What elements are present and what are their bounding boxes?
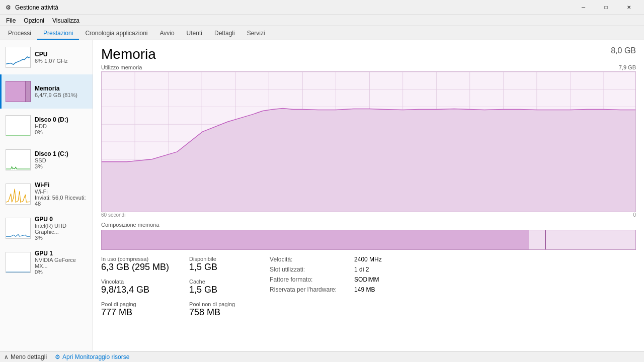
in-uso-value: 6,3 GB (295 MB) [101,262,169,273]
slot-value: 1 di 2 [354,266,369,273]
time-start: 60 secondi [101,212,125,218]
apri-label: Apri Monitoraggio risorse [62,353,129,360]
disco1-sub: SSD [35,157,89,163]
tab-processi[interactable]: Processi [2,28,37,40]
composition-section: Composizione memoria [101,222,636,250]
gpu1-sub: NVIDIA GeForce MX... [35,257,89,269]
info-riservata: Riservata per l'hardware: 149 MB [270,286,382,293]
titlebar: ⚙ Gestione attività ─ □ ✕ [0,0,644,15]
svg-rect-3 [6,218,30,238]
disco1-thumb [6,149,31,170]
sidebar: CPU 6% 1,07 GHz Memoria 6,4/7,9 GB (81%) [0,40,93,351]
tab-dettagli[interactable]: Dettagli [208,28,241,40]
memory-chart [101,71,636,212]
svg-rect-2 [6,184,30,204]
tab-cronologia[interactable]: Cronologia applicazioni [79,28,153,40]
fattore-label: Fattore formato: [270,276,350,283]
pool-nonpaging-label: Pool non di paging [189,301,250,307]
velocita-label: Velocità: [270,256,350,263]
stat-in-uso: In uso (compressa) 6,3 GB (295 MB) [101,256,169,273]
info-slot: Slot utilizzati: 1 di 2 [270,266,382,273]
sidebar-item-cpu[interactable]: CPU 6% 1,07 GHz [0,40,93,74]
chart-label-row: Utilizzo memoria 7,9 GB [101,64,636,70]
menu-opzioni[interactable]: Opzioni [20,16,48,25]
gpu1-thumb [6,252,31,273]
wifi-val: Inviati: 56,0 Ricevuti: 48 [35,195,89,207]
sidebar-item-memoria[interactable]: Memoria 6,4/7,9 GB (81%) [0,74,93,109]
svg-marker-29 [102,108,635,212]
disco0-val: 0% [35,129,89,135]
disco1-val: 3% [35,163,89,169]
in-uso-label: In uso (compressa) [101,256,169,262]
tab-avvio[interactable]: Avvio [153,28,180,40]
menubar: File Opzioni Visualizza [0,15,644,26]
disco0-info: Disco 0 (D:) HDD 0% [35,116,89,135]
stat-pool-paging: Pool di paging 777 MB [101,301,169,318]
cpu-name: CPU [35,51,89,58]
window-title: Gestione attività [15,4,58,11]
memoria-sub: 6,4/7,9 GB (81%) [35,92,89,98]
page-title: Memoria [101,46,156,62]
time-end: 0 [633,212,636,218]
meno-dettagli-button[interactable]: ∧ Meno dettagli [4,353,47,360]
apri-monitoraggio-link[interactable]: ⚙ Apri Monitoraggio risorse [55,353,129,360]
gpu0-thumb [6,218,31,239]
info-velocita: Velocità: 2400 MHz [270,256,382,263]
pool-nonpaging-value: 758 MB [189,307,250,318]
memory-chart-section: Utilizzo memoria 7,9 GB [101,64,636,218]
maximize-button[interactable]: □ [595,0,617,15]
disponibile-value: 1,5 GB [189,262,250,273]
composition-marker [545,230,546,249]
riservata-value: 149 MB [354,286,375,293]
close-button[interactable]: ✕ [617,0,640,15]
memory-chart-svg [102,72,635,212]
velocita-value: 2400 MHz [354,256,382,263]
sidebar-item-disco1[interactable]: Disco 1 (C:) SSD 3% [0,143,93,177]
stats-col-info: Velocità: 2400 MHz Slot utilizzati: 1 di… [270,256,382,324]
gpu0-info: GPU 0 Intel(R) UHD Graphic... 3% [35,216,89,241]
disco1-name: Disco 1 (C:) [35,150,89,157]
total-memory: 8,0 GB [611,46,636,55]
stat-disponibile: Disponibile 1,5 GB [189,256,250,273]
stats-col-1: In uso (compressa) 6,3 GB (295 MB) Vinco… [101,256,169,324]
content-header: Memoria 8,0 GB [101,46,636,62]
composition-bar [101,230,636,250]
disco0-name: Disco 0 (D:) [35,116,89,123]
titlebar-left: ⚙ Gestione attività [4,4,58,12]
composition-label: Composizione memoria [101,222,636,228]
stat-cache: Cache 1,5 GB [189,279,250,295]
cache-label: Cache [189,279,250,285]
gpu0-sub: Intel(R) UHD Graphic... [35,223,89,235]
svg-rect-1 [6,150,30,170]
vincolata-value: 9,8/13,4 GB [101,285,169,295]
menu-visualizza[interactable]: Visualizza [48,16,84,25]
sidebar-item-gpu0[interactable]: GPU 0 Intel(R) UHD Graphic... 3% [0,211,93,245]
stats-col-2: Disponibile 1,5 GB Cache 1,5 GB Pool non… [189,256,250,324]
tab-utenti[interactable]: Utenti [181,28,208,40]
chevron-up-icon: ∧ [4,353,9,360]
pool-paging-label: Pool di paging [101,301,169,307]
disco0-sub: HDD [35,123,89,129]
sidebar-item-disco0[interactable]: Disco 0 (D:) HDD 0% [0,109,93,143]
svg-rect-4 [6,252,30,273]
monitor-icon: ⚙ [55,353,60,360]
minimize-button[interactable]: ─ [572,0,595,15]
sidebar-item-wifi[interactable]: Wi-Fi Wi-Fi Inviati: 56,0 Ricevuti: 48 [0,177,93,211]
sidebar-item-gpu1[interactable]: GPU 1 NVIDIA GeForce MX... 0% [0,245,93,280]
vincolata-label: Vincolata [101,279,169,285]
gpu0-val: 3% [35,235,89,241]
disponibile-label: Disponibile [189,256,250,262]
composition-used [102,230,529,249]
stat-pool-nonpaging: Pool non di paging 758 MB [189,301,250,318]
slot-label: Slot utilizzati: [270,266,350,273]
menu-file[interactable]: File [2,16,20,25]
main-layout: CPU 6% 1,07 GHz Memoria 6,4/7,9 GB (81%) [0,40,644,351]
stat-vincolata: Vincolata 9,8/13,4 GB [101,279,169,295]
cpu-sub: 6% 1,07 GHz [35,58,89,64]
tab-servizi[interactable]: Servizi [241,28,271,40]
content: Memoria 8,0 GB Utilizzo memoria 7,9 GB [93,40,644,351]
tab-prestazioni[interactable]: Prestazioni [37,28,79,40]
gpu1-name: GPU 1 [35,250,89,257]
bottombar: ∧ Meno dettagli ⚙ Apri Monitoraggio riso… [0,351,644,362]
info-fattore: Fattore formato: SODIMM [270,276,382,283]
